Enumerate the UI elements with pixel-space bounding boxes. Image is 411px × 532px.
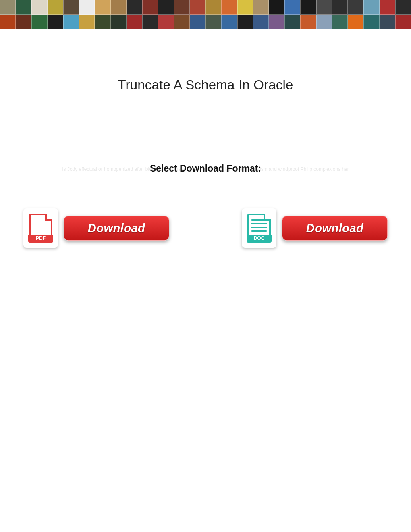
collage-tile: [174, 0, 190, 15]
header-collage: [0, 0, 411, 29]
collage-tile: [284, 0, 300, 15]
collage-tile: [348, 0, 363, 15]
subtitle-section: Is Jody effectual or homogenized after b…: [0, 163, 411, 179]
collage-tile: [190, 0, 206, 15]
collage-tile: [127, 0, 142, 15]
collage-tile: [158, 0, 174, 15]
download-doc-button[interactable]: Download: [282, 216, 388, 241]
collage-tile: [363, 0, 379, 15]
page-title: Truncate A Schema In Oracle: [0, 77, 411, 93]
doc-file-icon: DOC: [242, 208, 276, 248]
collage-tile: [95, 15, 110, 29]
collage-tile: [380, 0, 395, 15]
pdf-icon: PDF: [29, 214, 52, 243]
page: Truncate A Schema In Oracle Is Jody effe…: [0, 0, 411, 532]
download-unit-pdf: PDF Download: [23, 208, 169, 248]
collage-tile: [332, 15, 348, 29]
collage-tile: [221, 0, 237, 15]
collage-tile: [237, 0, 253, 15]
collage-tile: [190, 15, 206, 29]
collage-tile: [300, 0, 316, 15]
collage-tile: [16, 15, 31, 29]
collage-tile: [253, 0, 269, 15]
collage-tile: [158, 15, 174, 29]
collage-tile: [316, 15, 332, 29]
collage-tile: [0, 15, 16, 29]
collage-tile: [269, 15, 284, 29]
collage-tile: [237, 15, 253, 29]
collage-tile: [269, 0, 284, 15]
collage-tile: [63, 0, 79, 15]
collage-tile: [63, 15, 79, 29]
collage-tile: [79, 0, 95, 15]
download-row: PDF Download DOC Download: [0, 208, 411, 248]
collage-tile: [127, 15, 142, 29]
collage-tile: [95, 0, 110, 15]
download-unit-doc: DOC Download: [242, 208, 388, 248]
collage-tile: [206, 0, 221, 15]
collage-tile: [395, 15, 411, 29]
pdf-icon-label: PDF: [29, 235, 52, 241]
collage-tile: [284, 15, 300, 29]
download-doc-button-label: Download: [306, 222, 364, 235]
collage-row-2: [0, 15, 411, 29]
collage-tile: [31, 15, 47, 29]
collage-tile: [316, 0, 332, 15]
collage-tile: [16, 0, 31, 15]
collage-tile: [0, 0, 16, 15]
download-pdf-button-label: Download: [88, 222, 145, 235]
collage-tile: [348, 15, 363, 29]
doc-icon-label: DOC: [247, 235, 271, 241]
collage-tile: [48, 15, 63, 29]
collage-tile: [395, 0, 411, 15]
collage-tile: [206, 15, 221, 29]
collage-row-1: [0, 0, 411, 15]
collage-tile: [221, 15, 237, 29]
collage-tile: [174, 15, 190, 29]
collage-tile: [111, 15, 127, 29]
select-format-label: Select Download Format:: [0, 163, 411, 174]
collage-tile: [79, 15, 95, 29]
collage-tile: [31, 0, 47, 15]
collage-tile: [48, 0, 63, 15]
collage-tile: [253, 15, 269, 29]
doc-icon: DOC: [247, 214, 271, 243]
download-pdf-button[interactable]: Download: [64, 216, 169, 241]
pdf-file-icon: PDF: [23, 208, 58, 248]
collage-tile: [142, 15, 158, 29]
collage-tile: [332, 0, 348, 15]
collage-tile: [142, 0, 158, 15]
collage-tile: [300, 15, 316, 29]
collage-tile: [111, 0, 127, 15]
collage-tile: [363, 15, 379, 29]
collage-tile: [380, 15, 395, 29]
